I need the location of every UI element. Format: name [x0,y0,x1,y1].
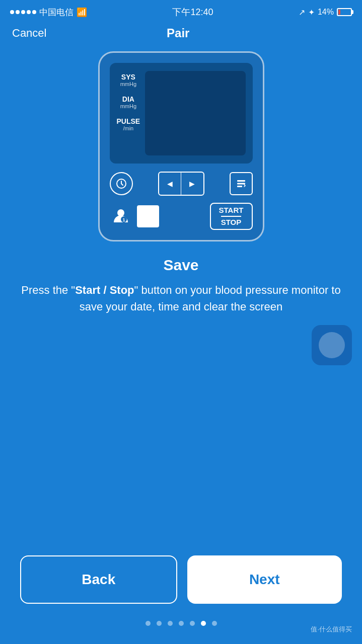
white-square [137,205,159,227]
dot-7 [212,621,217,626]
status-left: 中国电信 📶 [10,7,87,18]
dot-3 [168,621,173,626]
device-controls: ◀ ▶ [110,172,253,196]
next-button: ▶ [181,173,203,195]
svg-rect-2 [237,183,245,185]
time-label: 下午12:40 [172,6,213,18]
blood-pressure-monitor: SYS mmHg DIA mmHg PULSE /min [98,51,264,242]
clock-button [110,172,133,195]
status-right: ↗ ✦ 14% [299,8,352,17]
status-bar: 中国电信 📶 下午12:40 ↗ ✦ 14% [0,0,362,22]
device-screen: SYS mmHg DIA mmHg PULSE /min [110,63,253,164]
bluetooth-icon: ✦ [308,8,315,17]
page-title: Pair [167,26,189,40]
device-labels: SYS mmHg DIA mmHg PULSE /min [117,71,140,155]
device-illustration: SYS mmHg DIA mmHg PULSE /min [0,46,362,252]
nav-bar: Cancel Pair [0,22,362,46]
dia-label: DIA mmHg [117,95,140,109]
device-bottom: 1 START STOP [110,203,253,230]
signal-dots [10,10,36,14]
dot-5 [190,621,195,626]
device-reading-area [145,71,245,155]
dot-4 [179,621,184,626]
cancel-button[interactable]: Cancel [12,27,46,40]
location-icon: ↗ [299,8,305,17]
floating-area [0,320,362,380]
bottom-area: Back Next [0,555,362,604]
svg-point-4 [117,209,124,216]
content-area: Save Press the "Start / Stop" button on … [0,252,362,315]
dot-2 [157,621,162,626]
wifi-icon: 📶 [77,7,87,18]
dot-1 [146,621,151,626]
floating-button[interactable] [312,325,352,365]
pulse-label: PULSE /min [117,117,140,131]
content-title: Save [20,257,342,274]
dot-6 [201,621,206,626]
watermark: 值·什么值得买 [311,625,352,634]
action-buttons: Back Next [20,555,342,604]
list-button [230,172,253,195]
battery-icon [337,8,352,16]
start-stop-button: START STOP [210,203,253,230]
nav-controls: ◀ ▶ [158,172,204,196]
floating-button-inner [319,332,345,358]
carrier-label: 中国电信 [39,7,74,18]
user-button: 1 [110,205,132,227]
page-dots [0,621,362,626]
content-description: Press the "Start / Stop" button on your … [20,282,342,315]
next-button[interactable]: Next [187,555,342,604]
sys-label: SYS mmHg [117,73,140,87]
prev-button: ◀ [159,173,181,195]
svg-rect-1 [237,180,245,182]
svg-text:1: 1 [122,217,125,222]
back-button[interactable]: Back [20,555,177,604]
svg-rect-3 [237,186,242,187]
battery-percent: 14% [318,8,334,17]
bold-text: Start / Stop [75,284,134,296]
